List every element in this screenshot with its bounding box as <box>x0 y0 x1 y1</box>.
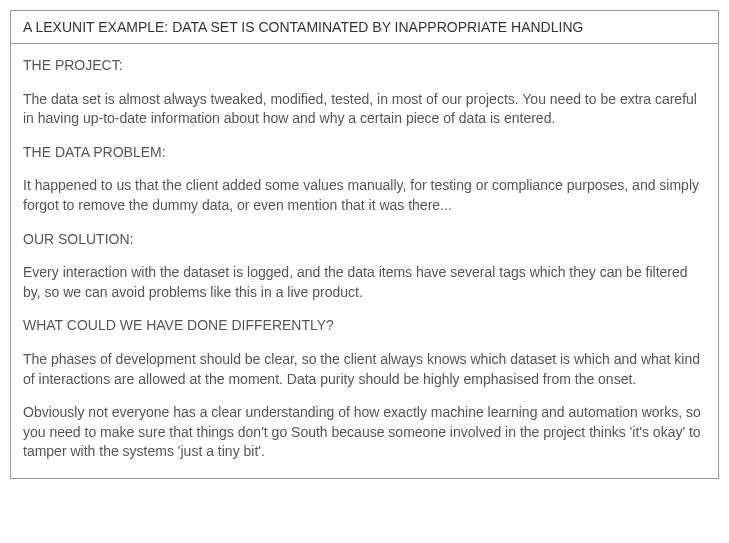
document-box: A LEXUNIT EXAMPLE: DATA SET IS CONTAMINA… <box>10 10 719 479</box>
section-heading: WHAT COULD WE HAVE DONE DIFFERENTLY? <box>23 316 706 336</box>
section-heading: THE DATA PROBLEM: <box>23 143 706 163</box>
paragraph: It happened to us that the client added … <box>23 176 706 215</box>
document-content: THE PROJECT: The data set is almost alwa… <box>11 44 718 478</box>
paragraph: Every interaction with the dataset is lo… <box>23 263 706 302</box>
document-title: A LEXUNIT EXAMPLE: DATA SET IS CONTAMINA… <box>11 11 718 44</box>
paragraph: The data set is almost always tweaked, m… <box>23 90 706 129</box>
section-heading: THE PROJECT: <box>23 56 706 76</box>
section-heading: OUR SOLUTION: <box>23 230 706 250</box>
paragraph: The phases of development should be clea… <box>23 350 706 389</box>
paragraph: Obviously not everyone has a clear under… <box>23 403 706 462</box>
